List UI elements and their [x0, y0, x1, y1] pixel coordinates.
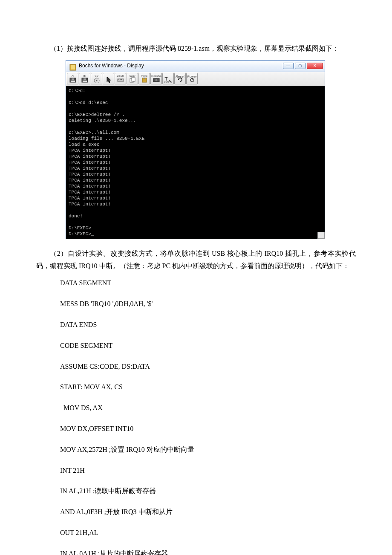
terminal-line: done!	[69, 214, 83, 219]
terminal-line: TPCA interrupt!	[69, 172, 111, 177]
code-line: IN AL,0A1H ;从片的中断屏蔽寄存器	[36, 548, 356, 555]
floppy-a-label: A:	[72, 74, 74, 78]
svg-rect-13	[121, 79, 122, 80]
terminal-line: TPCA interrupt!	[69, 178, 111, 183]
svg-point-19	[155, 79, 157, 81]
code-line: ASSUME CS:CODE, DS:DATA	[36, 361, 356, 373]
paragraph-1: （1）按接线图连好接线，调用程序源代码 8259-1.asm，观察实验现象，屏幕…	[36, 43, 356, 55]
floppy-b-label: B:	[84, 74, 86, 78]
toolbar: A: B: CD USER Copy Paste snapshot	[66, 72, 325, 86]
close-button[interactable]: ✕	[307, 63, 323, 69]
svg-rect-3	[72, 78, 74, 80]
paragraph-2: （2）自设计实验。改变接线方式，将单次脉冲连到 USB 核心板上的 IRQ10 …	[36, 248, 356, 272]
copy-button[interactable]: Copy	[127, 73, 138, 84]
user-button[interactable]: USER	[115, 73, 126, 84]
terminal-line: Deleting .\8259-1.exe...	[69, 118, 136, 123]
scrollbar-thumb[interactable]	[317, 232, 325, 239]
snapshot-button[interactable]: snapshot	[150, 73, 162, 84]
paste-label: Paste	[141, 74, 147, 78]
terminal-line: TPCA interrupt!	[69, 202, 111, 207]
window-controls: — ▢ ✕	[283, 63, 323, 69]
code-line: OUT 21H,AL	[36, 527, 356, 539]
terminal-wrap: C:\>d: D:\>cd d:\exec D:\EXEC>deltree /Y…	[66, 86, 325, 239]
user-label: USER	[117, 74, 124, 78]
svg-rect-1	[71, 65, 75, 69]
mouse-button[interactable]	[103, 73, 114, 84]
svg-rect-7	[83, 81, 87, 82]
minimize-button[interactable]: —	[283, 63, 294, 69]
svg-rect-10	[118, 79, 124, 81]
code-line: IN AL,21H ;读取中断屏蔽寄存器	[36, 485, 356, 497]
cdrom-button[interactable]: CD	[91, 73, 102, 84]
terminal-line: load & exec	[69, 142, 100, 147]
cd-label: CD	[95, 74, 98, 78]
terminal-line: TPCA interrupt!	[69, 184, 111, 189]
terminal-line: TPCA interrupt!	[69, 148, 111, 153]
svg-point-9	[96, 80, 97, 81]
power-button[interactable]: Power	[186, 73, 198, 84]
code-line: MOV DX,OFFSET INT10	[36, 423, 356, 435]
svg-rect-12	[120, 79, 121, 80]
code-line: CODE SEGMENT	[36, 340, 356, 352]
terminal-line: D:\>cd d:\exec	[69, 100, 108, 105]
titlebar: Bochs for Windows - Display — ▢ ✕	[66, 61, 325, 72]
code-line: AND AL,0F3H ;开放 IRQ3 中断和从片	[36, 506, 356, 518]
reset-button[interactable]: Reset	[174, 73, 186, 84]
reset-label: Reset	[176, 74, 184, 80]
terminal-line: D:\EXEC>	[69, 225, 91, 231]
terminal-line: TPCA interrupt!	[69, 160, 111, 165]
titlebar-left: Bochs for Windows - Display	[69, 61, 144, 71]
terminal-line: D:\EXEC>_	[69, 231, 94, 237]
svg-rect-4	[71, 81, 75, 82]
floppy-b-button[interactable]: B:	[79, 73, 90, 84]
terminal-line: C:\>d:	[69, 88, 86, 93]
terminal-line: D:\EXEC>..\all.com	[69, 130, 119, 135]
code-section: DATA SEGMENT MESS DB 'IRQ10 ',0DH,0AH, '…	[36, 277, 356, 555]
terminal-line: D:\EXEC>deltree /Y .	[69, 112, 125, 117]
terminal-line: TPCA interrupt!	[69, 196, 111, 201]
code-line: START: MOV AX, CS	[36, 381, 356, 393]
terminal-line: TPCA interrupt!	[69, 154, 111, 159]
terminal-line: TPCA interrupt!	[69, 166, 111, 171]
svg-rect-6	[84, 78, 86, 80]
code-line: MESS DB 'IRQ10 ',0DH,0AH, '$'	[36, 298, 356, 310]
bochs-window: Bochs for Windows - Display — ▢ ✕ A: B: …	[66, 60, 325, 239]
config-button[interactable]: T CONFIG	[162, 73, 174, 84]
paste-button[interactable]: Paste	[138, 73, 150, 84]
copy-label: Copy	[129, 74, 135, 78]
code-line: DATA ENDS	[36, 319, 356, 331]
config-label: CONFIG	[164, 80, 172, 84]
code-line: DATA SEGMENT	[36, 277, 356, 289]
power-label: Power	[187, 74, 197, 80]
terminal-output[interactable]: C:\>d: D:\>cd d:\exec D:\EXEC>deltree /Y…	[66, 86, 325, 239]
code-line: MOV DS, AX	[36, 402, 356, 414]
snapshot-label: snapshot	[151, 74, 161, 78]
svg-rect-11	[118, 79, 119, 80]
code-line: MOV AX,2572H ;设置 IRQ10 对应的中断向量	[36, 444, 356, 456]
maximize-button[interactable]: ▢	[295, 63, 306, 69]
window-title: Bochs for Windows - Display	[79, 61, 144, 71]
code-line: INT 21H	[36, 465, 356, 477]
terminal-line: loading file ... 8259-1.EXE	[69, 136, 144, 141]
floppy-a-button[interactable]: A:	[67, 73, 78, 84]
terminal-line: TPCA interrupt!	[69, 190, 111, 195]
app-icon	[69, 63, 76, 69]
